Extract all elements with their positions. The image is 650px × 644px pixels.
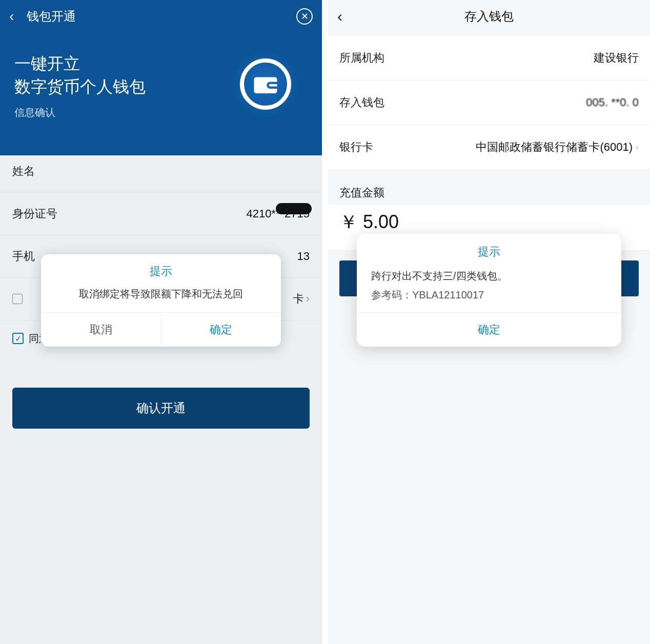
label-org: 所属机构 <box>339 50 384 66</box>
label-name: 姓名 <box>12 164 35 179</box>
dialog-message: 跨行对出不支持三/四类钱包。 <box>357 265 621 288</box>
back-icon[interactable]: ‹ <box>337 8 352 25</box>
label-card-hint: 卡 <box>293 291 304 307</box>
dialog-ok-button[interactable]: 确定 <box>161 313 281 347</box>
checkbox-card[interactable] <box>12 294 23 304</box>
chevron-right-icon: › <box>306 292 310 306</box>
confirm-open-button[interactable]: 确认开通 <box>12 388 310 429</box>
row-org[interactable]: 所属机构 建设银行 <box>328 36 650 80</box>
row-id[interactable]: 身份证号 4210***2715 <box>0 193 322 235</box>
dialog-ok-button[interactable]: 确定 <box>357 312 621 347</box>
value-bankcard: 中国邮政储蓄银行储蓄卡(6001) <box>476 139 633 155</box>
label-bankcard: 银行卡 <box>339 139 373 155</box>
dialog-error: 提示 跨行对出不支持三/四类钱包。 参考码：YBLA12110017 确定 <box>357 234 621 347</box>
dialog-message: 取消绑定将导致限额下降和无法兑回 <box>41 283 281 312</box>
dialog-cancel-button[interactable]: 取消 <box>41 313 161 347</box>
value-id: 4210***2715 <box>246 207 310 220</box>
value-wallet: 005. **0. 0 <box>586 96 639 109</box>
hero-banner: 一键开立 数字货币个人钱包 信息确认 <box>0 33 322 155</box>
row-name[interactable]: 姓名 <box>0 150 322 193</box>
value-phone-tail: 13 <box>297 250 310 263</box>
hero-line2: 数字货币个人钱包 <box>14 77 146 96</box>
label-recharge-amount: 充值金额 <box>328 170 650 205</box>
detail-list: 所属机构 建设银行 存入钱包 005. **0. 0 银行卡 中国邮政储蓄银行储… <box>328 36 650 170</box>
value-org: 建设银行 <box>594 50 639 66</box>
wallet-icon <box>230 48 301 120</box>
hero-line1: 一键开立 <box>14 54 80 73</box>
back-icon[interactable]: ‹ <box>9 8 24 25</box>
checkbox-agree[interactable]: ✓ <box>12 333 24 344</box>
dialog-refcode: 参考码：YBLA12110017 <box>357 288 621 312</box>
dialog-title: 提示 <box>357 234 621 265</box>
page-title: 存入钱包 <box>352 8 641 25</box>
row-bankcard[interactable]: 银行卡 中国邮政储蓄银行储蓄卡(6001) › <box>328 125 650 170</box>
label-phone: 手机 <box>12 249 35 264</box>
row-wallet[interactable]: 存入钱包 005. **0. 0 <box>328 80 650 125</box>
chevron-right-icon: › <box>636 142 639 153</box>
label-wallet: 存入钱包 <box>339 95 384 110</box>
dialog-title: 提示 <box>41 254 281 283</box>
page-title: 钱包开通 <box>24 8 296 25</box>
screen-wallet-open: ‹ 钱包开通 ✕ 一键开立 数字货币个人钱包 信息确认 姓名 身份证号 4210… <box>0 0 328 644</box>
navbar-left: ‹ 钱包开通 ✕ <box>0 0 322 33</box>
dialog-confirm-unbind: 提示 取消绑定将导致限额下降和无法兑回 取消 确定 <box>41 254 281 347</box>
navbar-right: ‹ 存入钱包 <box>328 0 650 33</box>
screen-deposit: ‹ 存入钱包 所属机构 建设银行 存入钱包 005. **0. 0 银行卡 中国… <box>328 0 650 644</box>
close-icon[interactable]: ✕ <box>296 8 313 25</box>
label-id: 身份证号 <box>12 206 57 222</box>
